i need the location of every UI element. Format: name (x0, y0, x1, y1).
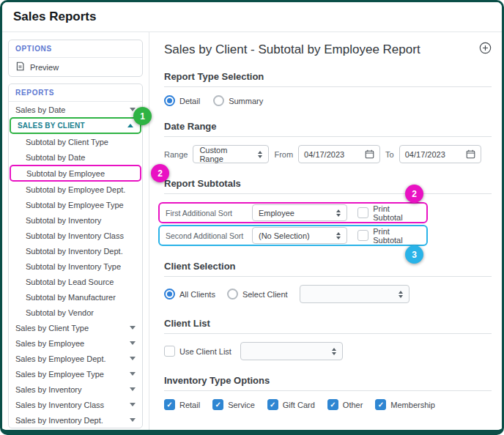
radio-button[interactable] (164, 289, 175, 300)
section-client-list: Client List Use Client List (164, 318, 492, 360)
sidebar-item-sales-by-employee[interactable]: Sales by Employee (9, 335, 142, 351)
preview-label: Preview (30, 63, 59, 72)
chevron-down-icon (130, 403, 136, 406)
client-list-select[interactable] (240, 342, 343, 360)
sidebar-subitem-employee-type[interactable]: Subtotal by Employee Type (9, 197, 142, 212)
inventory-checkbox-gift-card[interactable]: Gift Card (267, 399, 315, 410)
divider (164, 193, 492, 194)
radio-detail[interactable]: Detail (164, 95, 200, 106)
section-heading: Report Type Selection (164, 71, 492, 82)
report-label: Sales by Inventory (15, 385, 82, 394)
radio-label: Summary (229, 97, 263, 105)
checkbox-label: Service (228, 401, 255, 409)
section-report-subtotals: Report Subtotals First Additional Sort E… (164, 178, 492, 246)
sidebar-subitem-inventory-class[interactable]: Subtotal by Inventory Class (9, 228, 142, 243)
report-preview-icon (15, 62, 25, 72)
sidebar-item-sales-by-client-type[interactable]: Sales by Client Type (9, 320, 142, 335)
subitem-label: Subtotal by Inventory Dept. (26, 247, 123, 256)
sidebar-subitem-vendor[interactable]: Subtotal by Vendor (9, 305, 142, 320)
reports-panel: REPORTS Sales by Date SALES BY CLIENT 1 … (8, 83, 143, 428)
sidebar-subitem-inventory-type[interactable]: Subtotal by Inventory Type (9, 259, 142, 274)
sidebar-item-preview[interactable]: Preview (9, 58, 142, 76)
select-chevrons-icon (332, 348, 336, 355)
checkbox[interactable] (375, 399, 386, 410)
range-label: Range (164, 150, 188, 159)
sidebar-subitem-inventory[interactable]: Subtotal by Inventory (9, 212, 142, 228)
add-button[interactable] (479, 42, 492, 54)
chevron-down-icon (130, 418, 136, 422)
range-select[interactable]: Custom Range (193, 145, 269, 163)
first-sort-label: First Additional Sort (166, 209, 252, 218)
sidebar-subitem-manufacturer[interactable]: Subtotal by Manufacturer (9, 289, 142, 305)
sidebar-subitem-inventory-dept[interactable]: Subtotal by Inventory Dept. (9, 243, 142, 259)
first-sort-select[interactable]: Employee (252, 204, 347, 221)
sidebar-subitem-date[interactable]: Subtotal by Date (9, 149, 142, 165)
radio-button[interactable] (213, 95, 224, 106)
annotation-badge-2: 2 (405, 185, 423, 203)
sidebar-item-sales-by-employee-dept[interactable]: Sales by Employee Dept. (9, 351, 142, 366)
sidebar-item-sales-by-date[interactable]: Sales by Date (9, 102, 142, 117)
from-date-input[interactable]: 04/17/2023 (298, 145, 380, 163)
sidebar-subitem-client-type[interactable]: Subtotal by Client Type (9, 134, 142, 149)
main-panel: Sales by Client - Subtotal by Employee R… (149, 32, 502, 430)
report-label: Sales by Date (15, 105, 65, 114)
sidebar-item-sales-by-inventory-dept[interactable]: Sales by Inventory Dept. (9, 412, 142, 428)
select-chevrons-icon (336, 232, 341, 239)
sidebar-item-sales-by-inventory-class[interactable]: Sales by Inventory Class (9, 397, 142, 412)
inventory-checkbox-other[interactable]: Other (327, 399, 363, 410)
checkbox-label: Print Subtotal (373, 204, 420, 222)
from-label: From (274, 150, 293, 159)
checkbox[interactable] (267, 399, 278, 410)
subitem-label: Subtotal by Inventory (26, 216, 101, 225)
sidebar-subitem-employee-dept[interactable]: Subtotal by Employee Dept. (9, 182, 142, 197)
select-chevrons-icon (399, 291, 403, 298)
report-title: Sales by Client - Subtotal by Employee R… (164, 42, 420, 57)
sidebar-item-sales-by-employee-type[interactable]: Sales by Employee Type (9, 366, 142, 382)
checkbox[interactable] (212, 399, 223, 410)
radio-button[interactable] (227, 289, 238, 300)
content: OPTIONS Preview REPORTS Sales by Date (2, 32, 502, 430)
options-header: OPTIONS (9, 40, 142, 58)
to-date-input[interactable]: 04/17/2023 (399, 145, 481, 163)
second-additional-sort-row: Second Additional Sort (No Selection) Pr… (158, 225, 428, 246)
divider (164, 276, 492, 277)
date-value: 04/17/2023 (405, 150, 445, 159)
radio-label: Select Client (242, 290, 288, 299)
checkbox[interactable] (164, 399, 175, 410)
report-label: Sales by Employee Type (15, 370, 104, 379)
subitem-label: Subtotal by Inventory Class (26, 231, 124, 240)
second-sort-select[interactable]: (No Selection) (252, 227, 347, 244)
sidebar-item-sales-by-client[interactable]: SALES BY CLIENT (11, 119, 140, 133)
select-value: Custom Range (199, 146, 252, 163)
annotation-badge-1: 1 (133, 107, 152, 125)
options-panel: OPTIONS Preview (8, 40, 143, 77)
section-report-type: Report Type Selection Detail Summary (164, 71, 492, 106)
radio-label: Detail (179, 97, 200, 105)
sidebar-item-sales-by-inventory[interactable]: Sales by Inventory (9, 382, 142, 397)
annotation-badge-2: 2 (151, 164, 169, 182)
radio-select-client[interactable]: Select Client (227, 289, 288, 300)
client-select[interactable] (300, 285, 410, 303)
use-client-list-checkbox-group[interactable]: Use Client List (164, 346, 231, 357)
print-subtotal-checkbox[interactable] (357, 230, 368, 241)
inventory-checkbox-service[interactable]: Service (212, 399, 255, 410)
inventory-checkbox-retail[interactable]: Retail (164, 399, 200, 410)
print-subtotal-checkbox-group[interactable]: Print Subtotal (357, 227, 420, 245)
print-subtotal-checkbox[interactable] (357, 207, 368, 218)
report-label: Sales by Employee Dept. (15, 354, 106, 363)
report-label: Sales by Employee (15, 339, 84, 348)
radio-summary[interactable]: Summary (213, 95, 263, 106)
divider (164, 86, 492, 87)
radio-all-clients[interactable]: All Clients (164, 289, 215, 300)
inventory-checkbox-membership[interactable]: Membership (375, 399, 435, 410)
subitem-label: Subtotal by Date (26, 153, 85, 162)
calendar-icon[interactable] (365, 149, 374, 159)
radio-button[interactable] (164, 95, 175, 106)
sidebar-subitem-lead-source[interactable]: Subtotal by Lead Source (9, 274, 142, 289)
use-client-list-checkbox[interactable] (164, 346, 175, 357)
calendar-icon[interactable] (466, 149, 475, 159)
sidebar-subitem-employee[interactable]: Subtotal by Employee (11, 166, 140, 180)
print-subtotal-checkbox-group[interactable]: Print Subtotal (357, 204, 420, 222)
checkbox[interactable] (327, 399, 338, 410)
subitem-label: Subtotal by Client Type (26, 138, 108, 146)
